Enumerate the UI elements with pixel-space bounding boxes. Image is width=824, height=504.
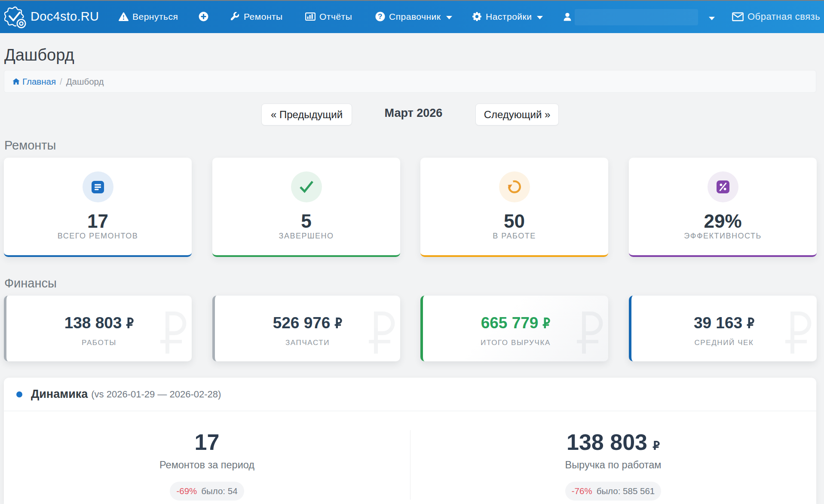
svg-text:?: ? — [378, 12, 383, 21]
